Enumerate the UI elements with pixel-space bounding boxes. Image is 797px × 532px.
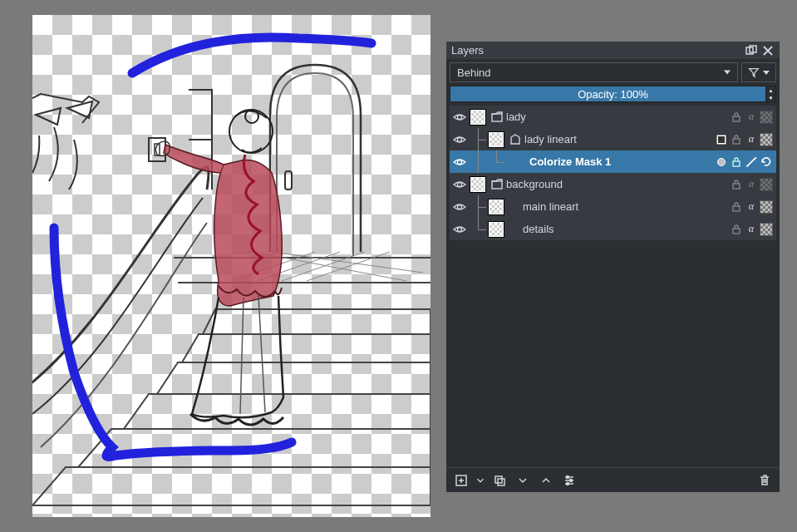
add-layer-menu[interactable]	[475, 470, 486, 490]
edit-mask-icon[interactable]	[745, 155, 758, 169]
layer-row-selected[interactable]: Colorize Mask 1	[450, 150, 776, 173]
layer-name: main lineart	[521, 200, 730, 213]
filter-button[interactable]	[741, 62, 776, 82]
lock-icon[interactable]	[730, 111, 743, 124]
opacity-spin-down[interactable]: ▼	[765, 94, 775, 101]
svg-point-7	[458, 115, 462, 119]
lock-icon[interactable]	[730, 223, 743, 236]
inherit-alpha-icon[interactable]	[760, 111, 773, 124]
alpha-icon[interactable]: α	[745, 111, 758, 124]
duplicate-layer-button[interactable]	[490, 470, 509, 490]
svg-point-19	[458, 204, 462, 209]
inherit-alpha-icon[interactable]	[760, 178, 773, 191]
lock-icon[interactable]	[730, 133, 743, 146]
svg-rect-17	[492, 181, 502, 189]
svg-rect-15	[733, 161, 740, 166]
alpha-icon[interactable]: α	[745, 223, 758, 236]
layer-thumbnail	[506, 154, 523, 170]
svg-point-10	[458, 137, 462, 141]
layer-bottom-toolbar	[446, 467, 780, 492]
layer-thumbnail	[470, 176, 486, 193]
blend-mode-select[interactable]: Behind	[450, 62, 738, 82]
svg-point-28	[567, 482, 569, 485]
svg-point-26	[567, 475, 569, 478]
layer-name: lady lineart	[523, 133, 715, 145]
layers-panel: Layers Behind Opacity: 100% ▲ ▼	[446, 42, 780, 492]
inherit-alpha-icon[interactable]	[760, 200, 773, 214]
svg-rect-8	[492, 114, 502, 121]
inherit-alpha-icon[interactable]	[760, 223, 773, 236]
svg-rect-0	[285, 171, 292, 190]
colorize-marker-icon[interactable]	[715, 155, 728, 169]
svg-point-27	[570, 479, 573, 481]
layer-name: Colorize Mask 1	[528, 155, 715, 168]
eye-icon	[453, 111, 466, 124]
layer-row-group[interactable]: background α	[450, 173, 776, 195]
lock-icon[interactable]	[730, 155, 743, 169]
svg-rect-13	[733, 139, 740, 144]
alpha-icon[interactable]: α	[745, 178, 758, 191]
lock-icon[interactable]	[730, 178, 743, 191]
layer-thumbnail	[488, 199, 504, 215]
svg-point-21	[458, 227, 462, 231]
lock-icon[interactable]	[730, 200, 743, 214]
layer-row[interactable]: main lineart α	[450, 195, 776, 218]
alpha-icon[interactable]: α	[745, 200, 758, 214]
visibility-toggle[interactable]	[450, 111, 470, 124]
visibility-toggle[interactable]	[450, 133, 470, 146]
eye-icon	[453, 223, 466, 236]
visibility-toggle[interactable]	[450, 155, 470, 169]
panel-title: Layers	[451, 44, 741, 57]
mask-indicator-icon[interactable]	[715, 133, 728, 146]
svg-point-14	[458, 160, 462, 164]
visibility-toggle[interactable]	[450, 223, 470, 236]
layer-thumbnail	[488, 221, 504, 238]
svg-rect-20	[733, 206, 740, 211]
layer-row[interactable]: lady lineart α	[450, 128, 776, 150]
opacity-slider[interactable]: Opacity: 100% ▲ ▼	[450, 86, 776, 102]
move-layer-down-button[interactable]	[513, 470, 533, 490]
canvas[interactable]	[32, 15, 430, 517]
eye-icon	[453, 133, 466, 146]
delete-layer-button[interactable]	[755, 470, 775, 490]
eye-icon	[453, 178, 466, 191]
svg-rect-22	[733, 229, 740, 234]
svg-rect-9	[733, 116, 740, 121]
layer-name: background	[504, 178, 730, 190]
svg-point-16	[458, 182, 462, 186]
collapse-toggle[interactable]	[491, 111, 503, 123]
visibility-toggle[interactable]	[450, 200, 470, 214]
visibility-toggle[interactable]	[450, 178, 470, 191]
inherit-alpha-icon[interactable]	[760, 133, 773, 146]
eye-icon	[453, 200, 466, 214]
opacity-spin-up[interactable]: ▲	[765, 86, 775, 94]
panel-controls-row: Behind	[446, 59, 780, 86]
float-icon[interactable]	[745, 44, 758, 57]
layer-row-group[interactable]: lady α	[450, 106, 776, 128]
panel-header[interactable]: Layers	[446, 42, 780, 59]
blend-mode-value: Behind	[457, 66, 490, 79]
collapse-toggle[interactable]	[509, 134, 521, 145]
collapse-toggle[interactable]	[491, 179, 503, 190]
alpha-icon[interactable]: α	[745, 133, 758, 146]
svg-rect-12	[718, 136, 725, 143]
drawing-content	[32, 15, 430, 517]
layer-thumbnail	[488, 131, 504, 148]
eye-icon	[453, 155, 466, 169]
svg-rect-24	[495, 476, 502, 483]
update-icon[interactable]	[760, 155, 773, 169]
close-icon[interactable]	[761, 44, 775, 57]
layer-row[interactable]: details α	[450, 218, 776, 240]
layer-list: lady α lady lineart α	[446, 106, 780, 467]
add-layer-button[interactable]	[451, 470, 471, 490]
funnel-icon	[748, 66, 760, 78]
opacity-label: Opacity: 100%	[578, 88, 648, 101]
layer-name: details	[521, 223, 730, 235]
svg-rect-18	[733, 184, 740, 189]
move-layer-up-button[interactable]	[536, 470, 556, 490]
svg-rect-25	[498, 479, 504, 485]
layer-properties-button[interactable]	[559, 470, 579, 490]
layer-name: lady	[504, 111, 730, 123]
layer-thumbnail	[470, 109, 486, 126]
